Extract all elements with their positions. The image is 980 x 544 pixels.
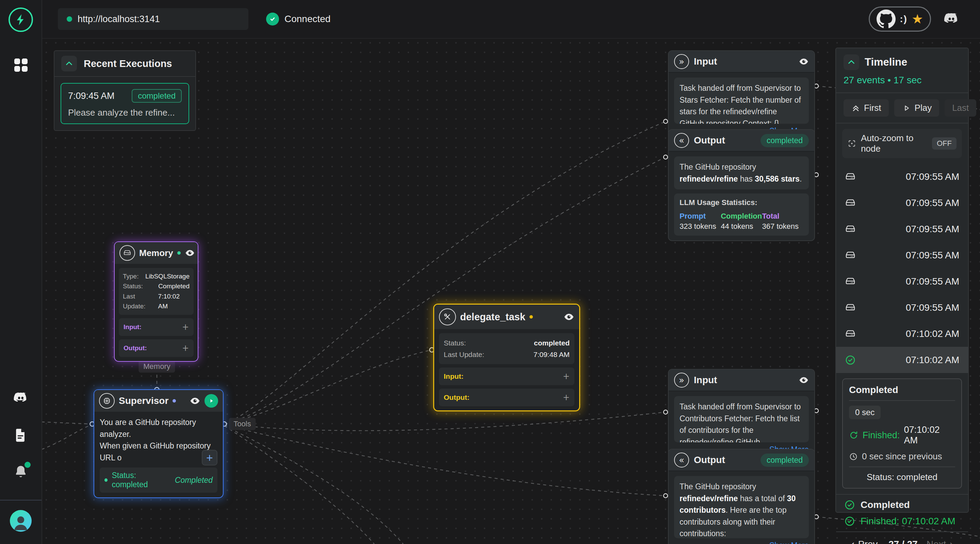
github-icon <box>877 10 896 29</box>
stars-input-panel[interactable]: » Input Task handed off from Supervisor … <box>668 50 815 141</box>
prev-button[interactable]: ‹Prev. <box>851 538 880 544</box>
expand-plus-icon: + <box>182 322 189 332</box>
timeline-pager: ‹Prev. 27 / 27 Next› <box>836 531 968 544</box>
drive-icon <box>845 198 856 208</box>
timeline-event-row[interactable]: 07:09:55 AM <box>836 295 968 320</box>
chevron-up-icon <box>64 59 74 69</box>
repo-name: refinedev/refine <box>679 174 738 183</box>
drive-icon <box>845 328 856 339</box>
refresh-icon <box>849 430 859 440</box>
connection-status: Connected <box>266 13 331 25</box>
output-message: The GitHub repository refinedev/refine h… <box>674 156 809 189</box>
top-bar: http://localhost:3141 Connected :) ★ <box>41 0 980 39</box>
eye-icon[interactable] <box>189 395 200 406</box>
event-detail-card: Completed 0 sec Finished: 07:10:02 AM 0 … <box>842 378 962 488</box>
topbar-discord-button[interactable] <box>943 10 960 28</box>
discord-icon <box>943 10 960 28</box>
finished-label: Finished: <box>862 430 900 441</box>
llm-usage-title: LLM Usage Statistics: <box>679 198 803 207</box>
timeline-first-button[interactable]: First <box>843 99 889 117</box>
check-circle-icon <box>844 516 855 527</box>
app-logo[interactable] <box>8 8 33 32</box>
flow-canvas[interactable]: Memory Tools Recent Executions 7:09:45 A… <box>41 38 980 544</box>
output-chevrons-icon: « <box>674 452 689 468</box>
event-status: Status: completed <box>849 472 955 482</box>
tools-icon <box>439 308 456 325</box>
notification-dot <box>24 462 30 468</box>
input-text: Task handed off from Supervisor to Stars… <box>674 78 809 124</box>
star-icon: ★ <box>912 13 923 25</box>
memory-type-value: LibSQLStorage <box>145 271 189 281</box>
sidebar-notifications-button[interactable] <box>12 463 29 480</box>
recent-executions-title: Recent Executions <box>84 58 172 69</box>
supervisor-node-title: Supervisor <box>119 395 169 406</box>
memory-update-label: Last Update: <box>123 291 158 311</box>
person-icon <box>11 512 30 532</box>
completion-tokens: 44 tokens <box>721 222 762 231</box>
eye-icon[interactable] <box>185 248 195 258</box>
stars-output-panel[interactable]: « Output completed The GitHub repository… <box>668 129 815 241</box>
event-duration-chip: 0 sec <box>849 406 881 419</box>
timeline-event-list: 07:09:55 AM 07:09:55 AM 07:09:55 AM 07:0… <box>836 163 968 373</box>
input-panel-title: Input <box>694 375 717 385</box>
timeline-collapse-button[interactable] <box>843 54 859 70</box>
play-icon <box>207 397 215 405</box>
delegate-task-title: delegate_task <box>460 311 525 323</box>
sidebar-discord-button[interactable] <box>12 390 29 407</box>
apps-grid-icon[interactable] <box>14 59 27 72</box>
timeline-event-row[interactable]: 07:09:55 AM <box>836 190 968 216</box>
auto-zoom-toggle[interactable]: Auto-zoom to node OFF <box>842 129 962 158</box>
sidebar-docs-button[interactable] <box>12 427 29 443</box>
focus-icon <box>848 139 856 148</box>
total-tokens: 367 tokens <box>762 222 803 231</box>
eye-icon[interactable] <box>799 375 809 385</box>
github-star-button[interactable]: :) ★ <box>869 6 931 32</box>
timeline-event-row-selected[interactable]: 07:10:02 AM <box>836 347 968 373</box>
delegate-task-node[interactable]: delegate_task Status:completed Last Upda… <box>433 304 580 411</box>
show-more-link[interactable]: Show More <box>674 541 809 544</box>
chevron-right-icon: › <box>950 538 953 544</box>
play-outline-icon <box>902 103 911 113</box>
timeline-event-row[interactable]: 07:09:55 AM <box>836 242 968 268</box>
supervisor-node[interactable]: Supervisor You are a GitHub repository a… <box>94 389 224 498</box>
input-chevrons-icon: » <box>674 373 689 388</box>
recent-executions-collapse-button[interactable] <box>61 56 77 71</box>
smiley-text: :) <box>900 14 907 24</box>
execution-list-item[interactable]: 7:09:45 AM completed Please analyze the … <box>60 83 189 124</box>
eye-icon[interactable] <box>563 311 574 322</box>
server-url-field[interactable]: http://localhost:3141 <box>58 8 248 30</box>
memory-output-expander[interactable]: Output: + <box>119 339 194 357</box>
timeline-panel: Timeline 27 events • 17 sec First Play L… <box>835 48 969 513</box>
chevron-left-icon: ‹ <box>851 538 855 544</box>
contributors-output-panel[interactable]: « Output completed The GitHub repository… <box>668 449 815 544</box>
recent-executions-panel: Recent Executions 7:09:45 AM completed P… <box>54 50 196 131</box>
app-window: http://localhost:3141 Connected :) ★ <box>0 0 980 544</box>
expand-description-button[interactable]: + <box>202 450 218 465</box>
eye-icon[interactable] <box>799 56 809 67</box>
server-url: http://localhost:3141 <box>78 14 160 24</box>
timeline-event-row[interactable]: 07:09:55 AM <box>836 268 968 295</box>
user-avatar[interactable] <box>10 510 32 532</box>
next-button[interactable]: Next› <box>927 538 954 544</box>
footer-completed: Completed <box>861 500 910 510</box>
double-chevron-up-icon <box>851 103 861 113</box>
chevron-up-icon <box>846 57 856 67</box>
memory-input-expander[interactable]: Input: + <box>119 318 194 336</box>
drive-icon <box>845 276 856 287</box>
supervisor-status-value: Completed <box>175 476 213 485</box>
timeline-last-button[interactable]: Last <box>945 99 976 117</box>
drive-icon <box>845 302 856 313</box>
delegate-output-expander[interactable]: Output: + <box>439 389 574 406</box>
timeline-event-row[interactable]: 07:09:55 AM <box>836 216 968 242</box>
memory-node[interactable]: Memory Type:LibSQLStorage Status:Complet… <box>114 241 198 362</box>
timeline-play-button[interactable]: Play <box>894 99 940 117</box>
lightning-bolt-icon <box>14 13 27 27</box>
since-previous: 0 sec since previous <box>862 451 942 462</box>
timeline-event-row[interactable]: 07:10:02 AM <box>836 320 968 347</box>
timeline-event-row[interactable]: 07:09:55 AM <box>836 163 968 190</box>
contributors-input-panel[interactable]: » Input Task handed off from Supervisor … <box>668 369 815 460</box>
delegate-input-expander[interactable]: Input: + <box>439 368 574 385</box>
memory-node-title: Memory <box>139 248 173 259</box>
output-message: The GitHub repository refinedev/refine h… <box>674 476 809 538</box>
run-agent-button[interactable] <box>205 394 218 408</box>
